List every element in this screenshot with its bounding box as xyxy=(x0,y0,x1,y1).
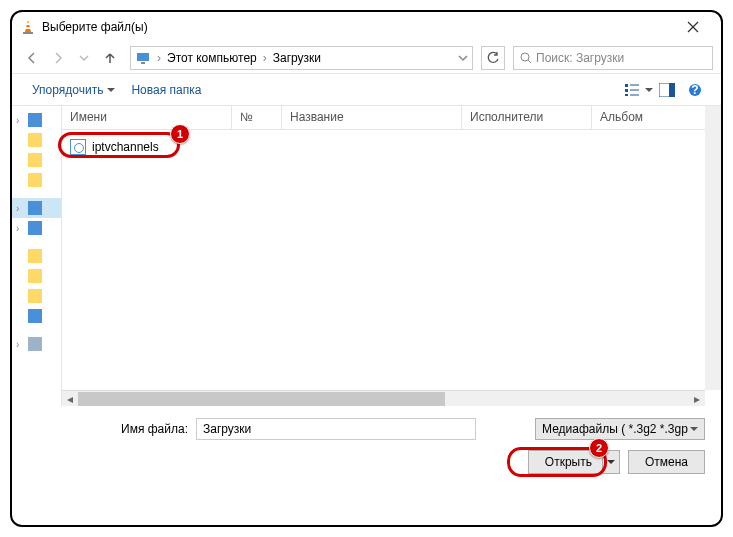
toolbar: Упорядочить Новая папка ? xyxy=(12,74,721,106)
sidebar-item[interactable] xyxy=(12,130,61,150)
search-icon xyxy=(520,52,532,64)
refresh-icon xyxy=(486,51,500,65)
close-button[interactable] xyxy=(673,12,713,42)
sidebar-item[interactable]: › xyxy=(12,110,61,130)
chevron-down-icon xyxy=(79,53,89,63)
column-headers: Имени № Название Исполнители Альбом xyxy=(62,106,721,130)
refresh-button[interactable] xyxy=(481,46,505,70)
svg-marker-0 xyxy=(25,20,31,32)
sidebar-item[interactable] xyxy=(12,286,61,306)
arrow-right-icon xyxy=(51,51,65,65)
file-dialog: Выберите файл(ы) › Этот компьютер › Загр… xyxy=(10,10,723,527)
svg-rect-11 xyxy=(625,89,628,92)
breadcrumb-folder[interactable]: Загрузки xyxy=(269,51,325,65)
column-header-artist[interactable]: Исполнители xyxy=(462,106,592,129)
organize-button[interactable]: Упорядочить xyxy=(24,79,123,101)
arrow-left-icon xyxy=(25,51,39,65)
content-area: › › › › Имени № Название Исполнители Аль… xyxy=(12,106,721,406)
playlist-file-icon xyxy=(70,139,86,155)
column-header-name[interactable]: Имени xyxy=(62,106,232,129)
chevron-down-icon xyxy=(458,53,468,63)
file-item[interactable]: iptvchannels xyxy=(62,136,721,158)
preview-pane-button[interactable] xyxy=(653,78,681,102)
svg-rect-3 xyxy=(26,27,31,29)
file-name: iptvchannels xyxy=(92,140,159,154)
column-header-album[interactable]: Альбом xyxy=(592,106,721,129)
column-header-number[interactable]: № xyxy=(232,106,282,129)
new-folder-button[interactable]: Новая папка xyxy=(123,79,209,101)
help-button[interactable]: ? xyxy=(681,78,709,102)
search-input[interactable]: Поиск: Загрузки xyxy=(513,46,713,70)
arrow-up-icon xyxy=(103,51,117,65)
svg-line-9 xyxy=(528,60,531,63)
sidebar-item[interactable] xyxy=(12,306,61,326)
scroll-right-icon[interactable]: ▸ xyxy=(689,391,705,407)
chevron-down-icon xyxy=(607,458,615,466)
svg-point-8 xyxy=(521,53,529,61)
view-options-button[interactable] xyxy=(625,78,653,102)
chevron-down-icon xyxy=(690,425,698,433)
sidebar-item[interactable] xyxy=(12,246,61,266)
sidebar-item[interactable]: › xyxy=(12,198,61,218)
chevron-down-icon xyxy=(645,86,653,94)
sidebar-item[interactable]: › xyxy=(12,334,61,354)
chevron-right-icon: › xyxy=(261,51,269,65)
titlebar: Выберите файл(ы) xyxy=(12,12,721,42)
svg-text:?: ? xyxy=(691,83,698,97)
bottom-panel: Имя файла: Медиафайлы ( *.3g2 *.3gp *.3g… xyxy=(12,406,721,486)
cancel-button[interactable]: Отмена xyxy=(628,450,705,474)
scroll-left-icon[interactable]: ◂ xyxy=(62,391,78,407)
file-list: Имени № Название Исполнители Альбом iptv… xyxy=(62,106,721,406)
annotation-badge: 2 xyxy=(589,438,609,458)
help-icon: ? xyxy=(688,83,702,97)
sidebar-item[interactable] xyxy=(12,150,61,170)
svg-rect-6 xyxy=(137,53,149,61)
sidebar-item[interactable] xyxy=(12,266,61,286)
column-header-title[interactable]: Название xyxy=(282,106,462,129)
navbar: › Этот компьютер › Загрузки Поиск: Загру… xyxy=(12,42,721,74)
horizontal-scrollbar[interactable]: ◂ ▸ xyxy=(62,390,705,406)
svg-rect-17 xyxy=(669,83,675,97)
nav-up-button[interactable] xyxy=(98,46,122,70)
nav-forward-button[interactable] xyxy=(46,46,70,70)
breadcrumb-root[interactable]: Этот компьютер xyxy=(163,51,261,65)
vertical-scrollbar[interactable] xyxy=(705,106,721,390)
svg-rect-1 xyxy=(23,32,33,34)
chevron-right-icon: › xyxy=(155,51,163,65)
monitor-icon xyxy=(135,50,151,66)
chevron-down-icon xyxy=(107,86,115,94)
filename-label: Имя файла: xyxy=(28,422,188,436)
sidebar-item[interactable]: › xyxy=(12,218,61,238)
filename-input[interactable] xyxy=(196,418,476,440)
close-icon xyxy=(687,21,699,33)
vlc-icon xyxy=(20,19,36,35)
filetype-filter[interactable]: Медиафайлы ( *.3g2 *.3gp *.3g xyxy=(535,418,705,440)
svg-rect-7 xyxy=(141,62,145,64)
window-title: Выберите файл(ы) xyxy=(42,20,673,34)
sidebar: › › › › xyxy=(12,106,62,406)
sidebar-item[interactable] xyxy=(12,170,61,190)
nav-back-button[interactable] xyxy=(20,46,44,70)
annotation-badge: 1 xyxy=(170,124,190,144)
search-placeholder: Поиск: Загрузки xyxy=(536,51,624,65)
scroll-thumb[interactable] xyxy=(78,392,445,406)
nav-recent-button[interactable] xyxy=(72,46,96,70)
breadcrumb[interactable]: › Этот компьютер › Загрузки xyxy=(130,46,473,70)
svg-rect-12 xyxy=(625,94,628,96)
preview-pane-icon xyxy=(659,83,675,97)
view-list-icon xyxy=(625,83,643,97)
svg-rect-2 xyxy=(26,23,30,25)
svg-rect-10 xyxy=(625,84,628,87)
